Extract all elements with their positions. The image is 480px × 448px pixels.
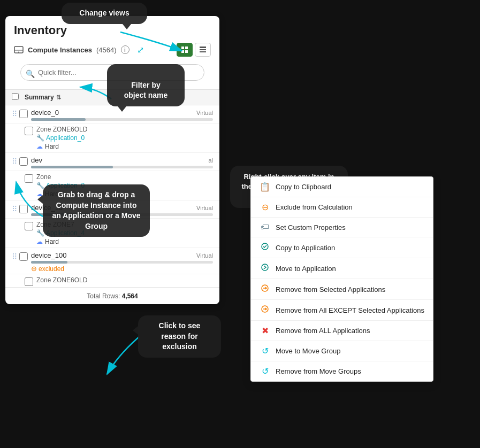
context-menu: 📋 Copy to Clipboard ⊖ Exclude from Calcu… bbox=[250, 176, 433, 382]
ctx-copy-clipboard[interactable]: 📋 Copy to Clipboard bbox=[251, 177, 433, 197]
ctx-custom-props[interactable]: 🏷 Set Custom Properties bbox=[251, 218, 433, 237]
ctx-remove-sel-label: Remove from Selected Applications bbox=[276, 285, 385, 293]
summary-column-header: Summary ⇅ bbox=[25, 94, 213, 101]
storage-icon: ☁ bbox=[36, 190, 43, 198]
ctx-remove-except[interactable]: Remove from All EXCEPT Selected Applicat… bbox=[251, 300, 433, 321]
app-icon: 🔧 bbox=[36, 182, 44, 189]
row-checkbox[interactable] bbox=[19, 110, 28, 118]
ctx-remove-groups-icon: ↺ bbox=[260, 366, 270, 376]
device-name-row: device_10 Virtual bbox=[31, 204, 213, 212]
view-buttons bbox=[177, 43, 211, 57]
excluded-icon: ⊖ bbox=[31, 265, 37, 273]
ctx-move-group[interactable]: ↺ Move to Move Group bbox=[251, 341, 433, 361]
zone-name: Zone ZONE6OLD bbox=[36, 126, 213, 133]
zone-content: Zone ZONE7 🔧 Application_4 ☁ Hard bbox=[36, 221, 213, 246]
grid-icon bbox=[181, 46, 188, 53]
ctx-copy-app-label: Copy to Application bbox=[276, 244, 335, 252]
svg-point-13 bbox=[262, 264, 268, 271]
ctx-remove-selected[interactable]: Remove from Selected Applications bbox=[251, 279, 433, 300]
drag-handle[interactable]: ⠿ bbox=[12, 157, 17, 166]
zone-checkbox[interactable] bbox=[25, 127, 33, 135]
row-content: dev al bbox=[31, 156, 213, 169]
storage-icon: ☁ bbox=[36, 238, 43, 245]
excluded-label: excluded bbox=[39, 265, 64, 273]
zone-row: Zone ZONE7 🔧 Application_4 ☁ Hard bbox=[5, 219, 219, 248]
ctx-copy-app-icon bbox=[260, 242, 270, 253]
svg-rect-7 bbox=[200, 47, 206, 48]
search-icon: 🔍 bbox=[26, 69, 35, 78]
progress-bar bbox=[31, 166, 213, 168]
zone-app-row: 🔧 Application_4 bbox=[36, 229, 213, 237]
ctx-remove-all[interactable]: ✖ Remove from ALL Applications bbox=[251, 321, 433, 341]
device-type: Virtual bbox=[196, 205, 213, 211]
device-type: al bbox=[208, 157, 213, 164]
svg-rect-4 bbox=[185, 47, 188, 49]
ctx-exclude[interactable]: ⊖ Exclude from Calculation bbox=[251, 197, 433, 218]
device-type: Virtual bbox=[196, 252, 213, 259]
zone-name: Zone ZONE6OLD bbox=[36, 276, 213, 284]
zone-app-row: 🔧 Application_0 bbox=[36, 134, 213, 142]
copy-app-svg bbox=[261, 242, 269, 251]
svg-rect-3 bbox=[181, 47, 184, 49]
device-name: dev bbox=[31, 156, 42, 164]
search-input[interactable] bbox=[20, 64, 204, 81]
row-content: device_10 Virtual bbox=[31, 204, 213, 217]
info-icon[interactable]: i bbox=[121, 45, 129, 54]
row-checkbox[interactable] bbox=[19, 157, 28, 166]
ctx-exclude-icon: ⊖ bbox=[260, 202, 270, 212]
remove-exc-svg bbox=[261, 305, 269, 313]
app-icon: 🔧 bbox=[36, 134, 44, 142]
table-view-button[interactable] bbox=[195, 43, 211, 57]
ctx-remove-groups[interactable]: ↺ Remove from Move Groups bbox=[251, 361, 433, 381]
zone-checkbox[interactable] bbox=[25, 174, 33, 183]
progress-bar bbox=[31, 118, 213, 121]
svg-rect-6 bbox=[185, 50, 188, 53]
grid-view-button[interactable] bbox=[177, 43, 193, 57]
app-link[interactable]: Application_0 bbox=[46, 182, 85, 189]
ctx-move-app[interactable]: Move to Application bbox=[251, 258, 433, 279]
excluded-badge[interactable]: ⊖ excluded bbox=[31, 265, 64, 273]
ctx-move-group-label: Move to Move Group bbox=[276, 347, 340, 355]
progress-fill bbox=[31, 118, 86, 121]
ctx-copy-label: Copy to Clipboard bbox=[276, 183, 331, 191]
svg-rect-8 bbox=[200, 49, 206, 50]
zone-row: Zone ZONE6OLD 🔧 Application_0 ☁ Hard bbox=[5, 123, 219, 153]
count-badge: (4564) bbox=[96, 46, 117, 54]
zone-row: Zone ZONE6OLD bbox=[5, 274, 219, 288]
ctx-remove-exc-label: Remove from All EXCEPT Selected Applicat… bbox=[276, 306, 424, 314]
ctx-remove-groups-label: Remove from Move Groups bbox=[276, 367, 361, 375]
ctx-move-app-label: Move to Application bbox=[276, 265, 336, 273]
table-row: ⠿ device_100 Virtual ⊖ excluded bbox=[5, 248, 219, 274]
app-link[interactable]: Application_0 bbox=[46, 134, 85, 142]
device-name: device_0 bbox=[31, 109, 59, 117]
expand-button[interactable]: ⤢ bbox=[134, 43, 148, 57]
table-icon bbox=[199, 46, 207, 53]
drag-handle[interactable]: ⠿ bbox=[12, 252, 17, 261]
ctx-remove-sel-icon bbox=[260, 284, 270, 295]
table-body: ⠿ device_0 Virtual Zone ZONE6OLD 🔧 Appli… bbox=[5, 105, 219, 288]
drag-handle[interactable]: ⠿ bbox=[12, 110, 17, 118]
subtitle-row: Compute Instances (4564) i ⤢ bbox=[14, 43, 211, 57]
subtitle-text: Compute Instances bbox=[28, 46, 92, 54]
zone-checkbox[interactable] bbox=[25, 222, 33, 230]
device-name-row: device_100 Virtual bbox=[31, 251, 213, 259]
table-footer: Total Rows: 4,564 bbox=[5, 288, 219, 304]
ctx-copy-app[interactable]: Copy to Application bbox=[251, 237, 433, 258]
sort-icon[interactable]: ⇅ bbox=[56, 94, 61, 101]
total-rows-value: 4,564 bbox=[122, 292, 138, 300]
ctx-props-label: Set Custom Properties bbox=[276, 223, 346, 231]
drag-handle[interactable]: ⠿ bbox=[12, 205, 17, 213]
ctx-remove-exc-icon bbox=[260, 305, 270, 315]
storage-row: ☁ Hard bbox=[36, 190, 213, 198]
device-name: device_100 bbox=[31, 251, 67, 259]
select-all-checkbox[interactable] bbox=[12, 93, 19, 100]
progress-bar bbox=[31, 261, 213, 264]
zone-checkbox[interactable] bbox=[25, 277, 33, 286]
zone-content: Zone ZONE6OLD 🔧 Application_0 ☁ Hard bbox=[36, 126, 213, 151]
row-checkbox[interactable] bbox=[19, 205, 28, 213]
storage-name: Hard bbox=[45, 238, 59, 245]
ctx-move-app-icon bbox=[260, 263, 270, 274]
row-content: device_0 Virtual bbox=[31, 109, 213, 122]
row-checkbox[interactable] bbox=[19, 252, 28, 261]
app-link[interactable]: Application_4 bbox=[46, 229, 85, 237]
